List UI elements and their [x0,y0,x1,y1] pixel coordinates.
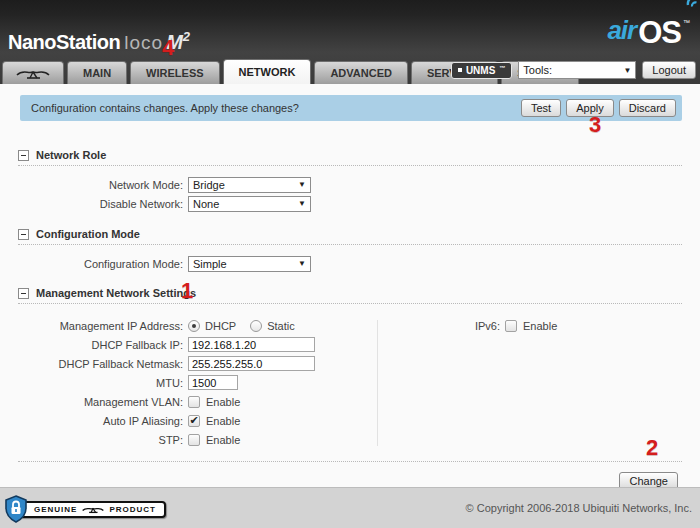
discard-button[interactable]: Discard [619,99,676,117]
copyright-text: © Copyright 2006-2018 Ubiquiti Networks,… [466,502,692,514]
dhcp-fallback-ip-label: DHCP Fallback IP: [18,339,183,351]
ubiquiti-antenna-icon [82,505,104,514]
mtu-input[interactable] [188,375,238,390]
tools-dropdown[interactable]: Tools:▼ [518,61,636,79]
main-content: Network Role Network Mode: Bridge▼ Disab… [0,149,700,490]
annotation-4: 4 [162,37,174,59]
tab-network[interactable]: NETWORK [223,59,312,84]
management-vlan-label: Management VLAN: [18,396,183,408]
test-button[interactable]: Test [521,99,561,117]
enable-label: Enable [206,415,240,427]
column-divider [377,320,378,446]
enable-label: Enable [206,434,240,446]
collapse-icon[interactable] [18,229,29,240]
genuine-product-badge: GENUINE PRODUCT [4,495,166,523]
airos-os-text: OS [638,20,681,46]
ubiquiti-antenna-icon [16,67,50,80]
airos-trademark: ™ [683,19,690,26]
dhcp-radio[interactable] [188,320,200,332]
section-title: Network Role [36,149,106,161]
airos-logo: air OS ™ [607,15,690,46]
dhcp-radio-label: DHCP [205,320,236,332]
static-radio-label: Static [267,320,295,332]
airos-air-text: air [607,15,636,46]
tab-main[interactable]: MAIN [67,61,127,84]
chevron-down-icon: ▼ [623,66,631,75]
logout-button[interactable]: Logout [642,61,696,79]
airos-network-page: NanoStationlocoM2 air OS ™ MAIN WIRELESS… [0,0,700,528]
bottom-divider [18,461,682,462]
ipv6-row: IPv6: Enable [380,318,557,333]
disable-network-select[interactable]: None▼ [188,196,311,212]
unms-button[interactable]: UNMS™ [451,62,512,79]
section-network-role: Network Role Network Mode: Bridge▼ Disab… [18,149,682,211]
genuine-product-pill: GENUINE PRODUCT [16,501,166,518]
collapse-icon[interactable] [18,150,29,161]
management-vlan-checkbox[interactable] [188,396,200,408]
management-ip-label: Management IP Address: [18,320,183,332]
genuine-text: GENUINE [34,505,77,514]
enable-label: Enable [206,396,240,408]
section-title: Management Network Settings [36,287,196,299]
header-controls: UNMS™ Tools:▼ Logout [451,61,696,79]
stp-checkbox[interactable] [188,434,200,446]
device-series: loco [124,32,163,53]
device-brand: NanoStation [8,31,120,53]
dhcp-fallback-netmask-input[interactable] [188,356,315,371]
header: NanoStationlocoM2 air OS ™ MAIN WIRELESS… [0,0,700,84]
banner-message: Configuration contains changes. Apply th… [31,102,299,114]
chevron-down-icon: ▼ [298,180,306,189]
enable-label: Enable [523,320,557,332]
section-management-network-settings: Management Network Settings Management I… [18,287,682,447]
auto-ip-aliasing-label: Auto IP Aliasing: [18,415,183,427]
chevron-down-icon: ▼ [298,199,306,208]
dhcp-fallback-netmask-label: DHCP Fallback Netmask: [18,358,183,370]
unms-dot-icon [458,68,462,72]
network-mode-select[interactable]: Bridge▼ [188,177,311,193]
tab-advanced[interactable]: ADVANCED [314,61,408,84]
annotation-1: 1 [181,280,193,302]
collapse-icon[interactable] [18,288,29,299]
stp-label: STP: [18,434,183,446]
section-configuration-mode: Configuration Mode Configuration Mode: S… [18,228,682,271]
config-changes-banner: Configuration contains changes. Apply th… [20,95,682,121]
disable-network-label: Disable Network: [18,198,183,210]
mtu-label: MTU: [18,377,183,389]
configuration-mode-select[interactable]: Simple▼ [188,256,311,272]
dhcp-fallback-ip-input[interactable] [188,337,315,352]
configuration-mode-label: Configuration Mode: [18,258,183,270]
static-radio[interactable] [250,320,262,332]
annotation-3: 3 [589,114,601,136]
tab-home[interactable] [2,61,64,84]
wifi-arcs-icon [684,0,700,8]
annotation-2: 2 [646,437,658,459]
chevron-down-icon: ▼ [298,259,306,268]
auto-ip-aliasing-checkbox[interactable]: ✔ [188,415,200,427]
ipv6-label: IPv6: [380,320,500,332]
footer: GENUINE PRODUCT © Copyright 2006-2018 Ub… [0,487,700,528]
section-title: Configuration Mode [36,228,140,240]
network-mode-label: Network Mode: [18,179,183,191]
product-text: PRODUCT [109,505,156,514]
ipv6-checkbox[interactable] [505,320,517,332]
tab-wireless[interactable]: WIRELESS [130,61,219,84]
shield-lock-icon [4,495,28,523]
